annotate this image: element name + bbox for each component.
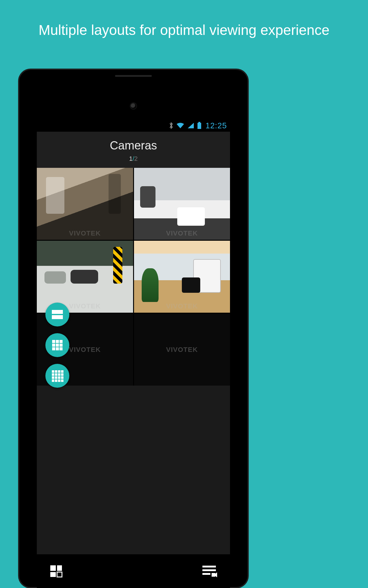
- svg-rect-33: [202, 566, 216, 567]
- svg-rect-5: [56, 340, 59, 343]
- layout-3x3-button[interactable]: [45, 333, 69, 357]
- watermark: VIVOTEK: [37, 229, 133, 237]
- marketing-headline: Multiple layouts for optimal viewing exp…: [0, 21, 368, 39]
- svg-rect-34: [202, 569, 216, 571]
- bluetooth-icon: [169, 122, 174, 130]
- android-status-bar: 12:25: [37, 119, 230, 132]
- svg-rect-2: [52, 310, 63, 314]
- device-screen: 12:25 Cameras 1/2 VIVOTEK VIVOTEK VIVOTE…: [37, 119, 230, 588]
- svg-rect-0: [197, 123, 201, 129]
- svg-rect-26: [55, 379, 57, 382]
- layouts-icon: [49, 564, 63, 578]
- svg-rect-3: [52, 315, 63, 319]
- svg-rect-14: [55, 370, 57, 373]
- camera-tile-room[interactable]: VIVOTEK: [134, 241, 230, 313]
- svg-rect-27: [58, 379, 60, 382]
- app-header: Cameras 1/2: [37, 132, 230, 168]
- nav-recordings-button[interactable]: [201, 564, 218, 578]
- svg-rect-8: [56, 344, 59, 347]
- svg-rect-30: [57, 565, 62, 571]
- nav-layouts-button[interactable]: [49, 564, 63, 578]
- camera-tile-lobby[interactable]: VIVOTEK: [37, 168, 133, 240]
- camera-grid: VIVOTEK VIVOTEK VIVOTEK VIVOTEK VIVOTEK …: [37, 168, 230, 386]
- svg-rect-15: [58, 370, 60, 373]
- cell-signal-icon: [187, 122, 194, 129]
- svg-rect-17: [52, 373, 54, 376]
- tablet-frame: 12:25 Cameras 1/2 VIVOTEK VIVOTEK VIVOTE…: [18, 69, 248, 588]
- page-title: Cameras: [37, 139, 230, 152]
- svg-rect-11: [56, 347, 59, 350]
- layout-4x4-button[interactable]: [45, 364, 69, 388]
- camera-tile-office[interactable]: VIVOTEK: [134, 168, 230, 240]
- svg-rect-13: [52, 370, 54, 373]
- svg-rect-32: [57, 572, 62, 577]
- page-current: 1: [129, 155, 132, 162]
- svg-rect-21: [52, 376, 54, 379]
- svg-rect-24: [61, 376, 63, 379]
- watermark: VIVOTEK: [134, 346, 230, 354]
- watermark: VIVOTEK: [134, 302, 230, 310]
- camera-tile-garage[interactable]: VIVOTEK: [37, 241, 133, 313]
- grid-2x1-icon: [51, 309, 63, 320]
- layout-2x1-button[interactable]: [45, 303, 69, 326]
- watermark: VIVOTEK: [134, 229, 230, 237]
- svg-rect-6: [59, 340, 63, 343]
- svg-rect-4: [52, 340, 55, 343]
- svg-rect-12: [59, 347, 63, 350]
- page-total: 2: [134, 155, 138, 162]
- svg-rect-35: [202, 573, 210, 575]
- battery-icon: [197, 122, 202, 129]
- recordings-list-icon: [201, 564, 218, 578]
- svg-rect-7: [52, 344, 55, 347]
- svg-rect-18: [55, 373, 57, 376]
- tablet-speaker: [115, 75, 152, 77]
- svg-rect-31: [50, 572, 56, 577]
- tablet-front-camera: [131, 103, 136, 109]
- camera-tile-empty[interactable]: VIVOTEK: [134, 314, 230, 386]
- svg-rect-25: [52, 379, 54, 382]
- grid-4x4-icon: [51, 370, 63, 382]
- svg-rect-28: [61, 379, 63, 382]
- svg-rect-23: [58, 376, 60, 379]
- svg-rect-36: [212, 573, 215, 577]
- status-clock: 12:25: [205, 121, 227, 130]
- wifi-icon: [176, 122, 185, 129]
- svg-rect-9: [59, 344, 63, 347]
- grid-3x3-icon: [52, 339, 63, 351]
- svg-rect-22: [55, 376, 57, 379]
- page-indicator: 1/2: [37, 155, 230, 162]
- svg-rect-29: [50, 565, 56, 571]
- svg-rect-20: [61, 373, 63, 376]
- svg-rect-1: [198, 122, 200, 123]
- svg-rect-16: [61, 370, 63, 373]
- layout-picker: [45, 303, 69, 388]
- svg-rect-19: [58, 373, 60, 376]
- svg-rect-10: [52, 347, 55, 350]
- bottom-nav: [37, 554, 230, 588]
